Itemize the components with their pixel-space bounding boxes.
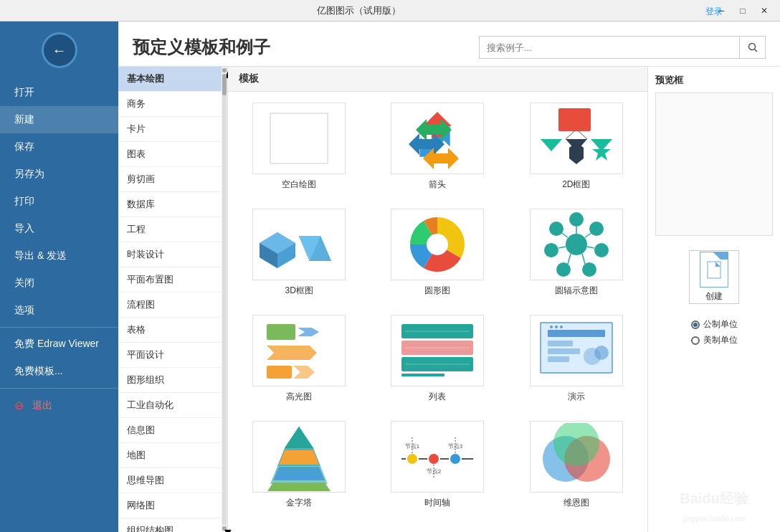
scroll-down-arrow[interactable]: ▼ bbox=[222, 526, 227, 531]
template-item-venn[interactable]: 维恩图 bbox=[513, 417, 640, 513]
radio-metric[interactable]: 公制单位 bbox=[691, 318, 738, 331]
options-label: 选项 bbox=[14, 304, 34, 317]
search-button[interactable] bbox=[739, 37, 765, 58]
category-item-table[interactable]: 表格 bbox=[118, 318, 222, 343]
template-label-presentation: 演示 bbox=[568, 391, 585, 403]
sidebar-item-close[interactable]: 关闭 bbox=[0, 270, 118, 297]
svg-marker-82 bbox=[715, 262, 720, 267]
template-item-3dframe[interactable]: 3D框图 bbox=[235, 205, 363, 300]
category-item-mindmap[interactable]: 思维导图 bbox=[118, 468, 222, 493]
sidebar-item-import[interactable]: 导入 bbox=[0, 215, 118, 242]
sidebar-item-save[interactable]: 保存 bbox=[0, 133, 118, 161]
template-item-piechart[interactable]: 圆形图 bbox=[374, 205, 501, 300]
template-header: 模板 bbox=[228, 67, 647, 92]
category-item-basic[interactable]: 基本绘图 bbox=[118, 67, 222, 92]
template-item-pyramid[interactable]: 金字塔 bbox=[235, 417, 363, 513]
template-thumb-3dframe bbox=[252, 209, 346, 280]
sidebar-item-freetemplate[interactable]: 免费模板... bbox=[0, 358, 118, 385]
svg-point-70 bbox=[428, 453, 439, 465]
svg-point-23 bbox=[427, 234, 448, 255]
new-label: 新建 bbox=[14, 113, 34, 126]
template-item-blank[interactable]: 空白绘图 bbox=[235, 99, 363, 194]
svg-point-37 bbox=[549, 222, 563, 236]
sidebar-item-saveas[interactable]: 另存为 bbox=[0, 161, 118, 188]
sidebar-item-freeviewer[interactable]: 免费 Edraw Viewer bbox=[0, 331, 118, 358]
category-item-flatdesign[interactable]: 平面设计 bbox=[118, 343, 222, 368]
svg-point-29 bbox=[594, 243, 609, 257]
saveas-label: 另存为 bbox=[14, 168, 44, 181]
template-item-timeline[interactable]: 节点1 节点2 节点3 时间轴 bbox=[374, 417, 501, 513]
template-area: 模板 空白绘图 bbox=[228, 67, 647, 532]
freeviewer-label: 免费 Edraw Viewer bbox=[14, 338, 99, 351]
template-item-highlight[interactable]: 高光图 bbox=[235, 311, 363, 407]
svg-point-56 bbox=[550, 326, 553, 328]
template-item-radial[interactable]: 圆辐示意图 bbox=[513, 205, 640, 300]
sidebar-item-new[interactable]: 新建 bbox=[0, 106, 118, 133]
login-link[interactable]: 登录 bbox=[705, 6, 723, 18]
category-item-chart[interactable]: 图表 bbox=[118, 142, 222, 167]
category-item-flowchart[interactable]: 流程图 bbox=[118, 293, 222, 318]
scroll-up-arrow[interactable]: ▲ bbox=[222, 68, 227, 72]
sidebar-item-options[interactable]: 选项 bbox=[0, 297, 118, 324]
template-label-piechart: 圆形图 bbox=[424, 285, 450, 297]
template-label-venn: 维恩图 bbox=[563, 497, 589, 509]
category-item-orgstructure[interactable]: 组织结构图 bbox=[118, 518, 222, 532]
sidebar-item-quit[interactable]: ⊖ 退出 bbox=[0, 391, 118, 419]
svg-line-1 bbox=[754, 49, 757, 52]
svg-point-0 bbox=[748, 44, 755, 50]
sidebar-item-open[interactable]: 打开 bbox=[0, 79, 118, 106]
create-button[interactable]: 创建 bbox=[689, 250, 739, 304]
category-item-clipart[interactable]: 剪切画 bbox=[118, 167, 222, 192]
category-item-business[interactable]: 商务 bbox=[118, 92, 222, 117]
category-item-industrial[interactable]: 工业自动化 bbox=[118, 393, 222, 418]
template-thumb-highlight bbox=[252, 315, 346, 386]
radio-imperial[interactable]: 美制单位 bbox=[691, 334, 738, 346]
template-grid: 空白绘图 bbox=[235, 99, 640, 513]
print-label: 打印 bbox=[14, 195, 34, 208]
category-item-database[interactable]: 数据库 bbox=[118, 192, 222, 217]
category-item-engineering[interactable]: 工程 bbox=[118, 217, 222, 242]
svg-line-32 bbox=[582, 254, 585, 264]
category-item-orgchart[interactable]: 图形组织 bbox=[118, 368, 222, 393]
close-window-button[interactable]: ✕ bbox=[754, 3, 774, 19]
svg-rect-39 bbox=[267, 324, 295, 340]
category-item-floorplan[interactable]: 平面布置图 bbox=[118, 267, 222, 293]
quit-label: 退出 bbox=[32, 399, 52, 412]
template-grid-wrapper: 空白绘图 bbox=[228, 92, 647, 532]
preview-box bbox=[655, 92, 773, 236]
svg-marker-14 bbox=[592, 142, 611, 161]
category-item-fashion[interactable]: 时装设计 bbox=[118, 242, 222, 267]
template-item-list[interactable]: 列表 bbox=[374, 311, 501, 407]
category-item-infographic[interactable]: 信息图 bbox=[118, 418, 222, 443]
template-thumb-list bbox=[391, 315, 484, 386]
svg-point-60 bbox=[594, 346, 609, 360]
export-label: 导出 & 发送 bbox=[14, 250, 67, 262]
template-thumb-presentation bbox=[530, 315, 623, 386]
radio-imperial-circle bbox=[691, 336, 700, 345]
template-label-list: 列表 bbox=[429, 391, 446, 403]
category-item-card[interactable]: 卡片 bbox=[118, 117, 222, 142]
radio-metric-label: 公制单位 bbox=[703, 318, 738, 331]
template-item-presentation[interactable]: 演示 bbox=[513, 311, 640, 407]
category-scrollbar[interactable]: ▲ ▼ bbox=[222, 67, 227, 532]
svg-rect-47 bbox=[401, 374, 444, 376]
svg-line-34 bbox=[568, 254, 571, 264]
sidebar-item-export[interactable]: 导出 & 发送 bbox=[0, 242, 118, 270]
sidebar-item-print[interactable]: 打印 bbox=[0, 188, 118, 215]
template-item-2dframe[interactable]: 2D框图 bbox=[513, 99, 640, 194]
template-item-arrow[interactable]: 箭头 bbox=[374, 99, 501, 194]
scroll-thumb[interactable] bbox=[222, 74, 227, 95]
back-button[interactable]: ← bbox=[42, 32, 77, 68]
maximize-button[interactable]: □ bbox=[733, 3, 753, 19]
category-item-network[interactable]: 网络图 bbox=[118, 493, 222, 518]
create-section: 创建 公制单位 美制单位 bbox=[655, 243, 773, 350]
svg-point-27 bbox=[589, 222, 604, 236]
freetemplate-label: 免费模板... bbox=[14, 365, 63, 378]
svg-rect-54 bbox=[548, 348, 580, 354]
category-item-map[interactable]: 地图 bbox=[118, 443, 222, 468]
template-thumb-blank bbox=[252, 103, 346, 174]
search-input[interactable] bbox=[480, 42, 739, 53]
template-thumb-pyramid bbox=[252, 421, 346, 493]
svg-line-16 bbox=[579, 131, 587, 139]
main-body: 基本绘图 商务 卡片 图表 剪切画 数据库 工程 时装设计 平面布置图 流程图 … bbox=[118, 66, 780, 532]
